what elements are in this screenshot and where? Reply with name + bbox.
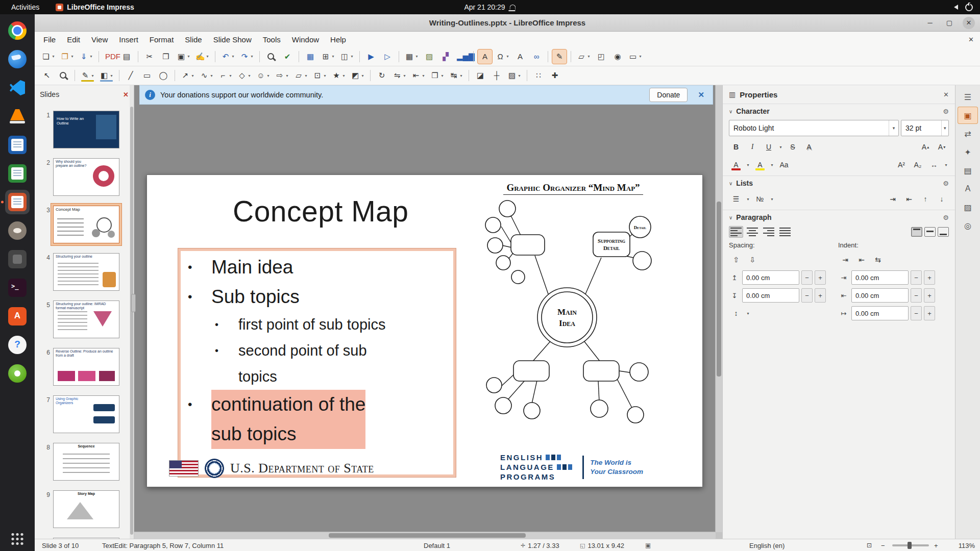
slide-canvas-area[interactable]: i Help us make LibreOffice even better! … xyxy=(134,85,722,539)
ordered-list-button[interactable]: № xyxy=(753,192,767,206)
spelling-button[interactable]: ✔ xyxy=(280,49,295,64)
star-shapes-tool[interactable]: ★ ▾ xyxy=(330,68,348,83)
menu-slide-show[interactable]: Slide Show xyxy=(208,33,257,46)
glue-points-button[interactable]: ✚ xyxy=(547,68,562,83)
close-button[interactable]: ✕ xyxy=(963,17,975,29)
bullet-line[interactable]: • Sub topics xyxy=(181,282,453,312)
dock-help[interactable] xyxy=(5,333,30,357)
slide-thumb-2[interactable]: 2 Why should you prepare an outline? xyxy=(40,158,129,196)
connectors-tool[interactable]: ⌐ ▾ xyxy=(216,68,234,83)
highlight-color-dropdown-icon[interactable]: ▾ xyxy=(769,163,775,167)
slide-editing-area[interactable]: Concept Map • Main idea • Sub top xyxy=(146,174,703,487)
font-name-combo[interactable]: ▾ xyxy=(729,120,899,136)
sidebar-settings-icon[interactable]: ▥ xyxy=(729,90,736,98)
spacing-below-increase-button[interactable]: + xyxy=(815,288,826,303)
indent-before-decrease-button[interactable]: − xyxy=(911,270,922,285)
show-draw-functions-button[interactable]: ✎ xyxy=(552,49,567,64)
clock[interactable]: Apr 21 20:29 xyxy=(464,3,505,11)
font-name-input[interactable] xyxy=(729,124,889,132)
menu-format[interactable]: Format xyxy=(144,33,180,46)
activities-button[interactable]: Activities xyxy=(8,3,42,11)
horizontal-scrollbar-thumb[interactable] xyxy=(329,533,526,538)
save-button[interactable]: ⇓ ▾ xyxy=(77,49,95,64)
animation-deck-icon[interactable]: ✦ xyxy=(958,143,978,161)
distribute-button[interactable]: ↹ ▾ xyxy=(447,68,465,83)
curves-and-polygons-tool[interactable]: ∿ ▾ xyxy=(198,68,215,83)
demote-button[interactable]: ⇥ xyxy=(886,192,900,206)
window-title-bar[interactable]: Writing-Outlines.pptx - LibreOffice Impr… xyxy=(35,14,980,32)
3d-objects-tool[interactable]: ◩ ▾ xyxy=(349,68,366,83)
document-modified-icon[interactable]: ▣ xyxy=(645,542,651,549)
menu-file[interactable]: File xyxy=(38,33,61,46)
insert-shapes-button[interactable]: ▱ ▾ xyxy=(575,49,593,64)
superscript-button[interactable]: A² xyxy=(894,158,909,172)
font-size-combo[interactable]: ▾ xyxy=(901,120,949,136)
align-objects-button[interactable]: ⇤ ▾ xyxy=(409,68,427,83)
ordered-list-dropdown-icon[interactable]: ▾ xyxy=(769,197,775,202)
fill-color-button[interactable]: ◧ ▾ xyxy=(97,68,115,83)
menu-tools[interactable]: Tools xyxy=(257,33,286,46)
zoom-percentage[interactable]: 113% xyxy=(959,541,975,549)
system-tray[interactable] xyxy=(954,4,973,11)
indent-after-field[interactable]: 0.00 cm xyxy=(851,288,909,303)
character-spacing-button[interactable]: ↔ xyxy=(927,158,941,172)
sidebar-close-icon[interactable]: ✕ xyxy=(943,91,949,98)
lines-and-arrows-tool[interactable]: ↗ ▾ xyxy=(179,68,197,83)
copy-button[interactable]: ❒ xyxy=(158,49,174,64)
zoom-in-button[interactable]: + xyxy=(934,541,938,549)
symbol-shapes-tool[interactable]: ☺ ▾ xyxy=(254,68,272,83)
dock-libreoffice-writer[interactable] xyxy=(5,133,30,157)
navigator-deck-icon[interactable]: ◎ xyxy=(958,217,978,234)
maximize-button[interactable]: ▢ xyxy=(943,17,955,29)
panel-splitter[interactable] xyxy=(131,294,136,312)
character-collapse-icon[interactable]: ∨ xyxy=(729,109,732,114)
move-down-button[interactable]: ↓ xyxy=(935,192,949,206)
cut-button[interactable]: ✂ xyxy=(142,49,157,64)
line-spacing-button[interactable]: ↕ xyxy=(729,306,743,320)
decrease-font-size-button[interactable]: A▾ xyxy=(935,140,949,154)
bullet-line[interactable]: • second point of sub topics xyxy=(181,338,453,390)
font-size-input[interactable] xyxy=(901,124,941,132)
underline-button[interactable]: U xyxy=(762,140,776,154)
document-close-icon[interactable]: ✕ xyxy=(968,36,974,43)
basic-shapes-tool[interactable]: ◇ ▾ xyxy=(235,68,253,83)
zoom-slider[interactable] xyxy=(892,544,929,546)
paragraph-collapse-icon[interactable]: ∨ xyxy=(729,215,732,220)
bold-button[interactable]: B xyxy=(729,140,743,154)
horizontal-scrollbar[interactable] xyxy=(134,532,716,539)
unordered-list-button[interactable]: ☰ xyxy=(729,192,743,206)
align-left-button[interactable] xyxy=(729,226,743,238)
line-color-button[interactable]: ✎ ▾ xyxy=(79,68,96,83)
slide-thumb-1[interactable]: 1 How to Write an Outline xyxy=(40,111,129,148)
dock-chrome[interactable] xyxy=(5,18,30,43)
bullet-line[interactable]: • first point of sub topics xyxy=(181,312,453,338)
indent-after-increase-button[interactable]: + xyxy=(924,288,935,303)
dock-files[interactable] xyxy=(5,247,30,271)
slide-thumb-4[interactable]: 4 Structuring your outline xyxy=(40,253,129,291)
slide-thumb-6[interactable]: 6 Reverse Outline: Produce an outline fr… xyxy=(40,348,129,386)
bullet-line[interactable]: • Main idea xyxy=(181,253,453,282)
vertical-scrollbar-thumb[interactable] xyxy=(717,202,721,377)
dock-vscode[interactable] xyxy=(5,76,30,100)
interaction-button[interactable]: ◉ xyxy=(610,49,625,64)
gallery-deck-icon[interactable]: ▨ xyxy=(958,198,978,216)
shadow-button[interactable]: ◪ xyxy=(473,68,488,83)
lists-more-options-icon[interactable]: ⚙ xyxy=(943,180,949,187)
dock-terminal[interactable] xyxy=(5,276,30,300)
us-department-of-state-logo[interactable]: U.S. Department of State xyxy=(169,459,374,478)
dock-ubuntu-software[interactable] xyxy=(5,304,30,329)
slide-thumb-7[interactable]: 7 Using Graphic Organizers xyxy=(40,395,129,433)
align-center-button[interactable] xyxy=(745,226,760,238)
menu-window[interactable]: Window xyxy=(286,33,325,46)
slide-thumb-5[interactable]: 5 Structuring your outline: IMRAD format… xyxy=(40,300,129,338)
insert-chart-button[interactable]: ▂▅▇ xyxy=(454,49,470,64)
character-more-options-icon[interactable]: ⚙ xyxy=(943,108,949,115)
dock-libreoffice-impress[interactable] xyxy=(5,190,30,214)
first-line-indent-decrease-button[interactable]: − xyxy=(911,306,922,320)
indent-before-field[interactable]: 0.00 cm xyxy=(851,270,909,285)
dock-snap-store[interactable] xyxy=(5,361,30,386)
spacing-above-field[interactable]: 0.00 cm xyxy=(742,270,799,285)
decrease-spacing-button[interactable]: ⇩ xyxy=(745,253,760,267)
slide-transition-deck-icon[interactable]: ⇄ xyxy=(958,125,978,142)
print-button[interactable]: ▤ xyxy=(119,49,134,64)
